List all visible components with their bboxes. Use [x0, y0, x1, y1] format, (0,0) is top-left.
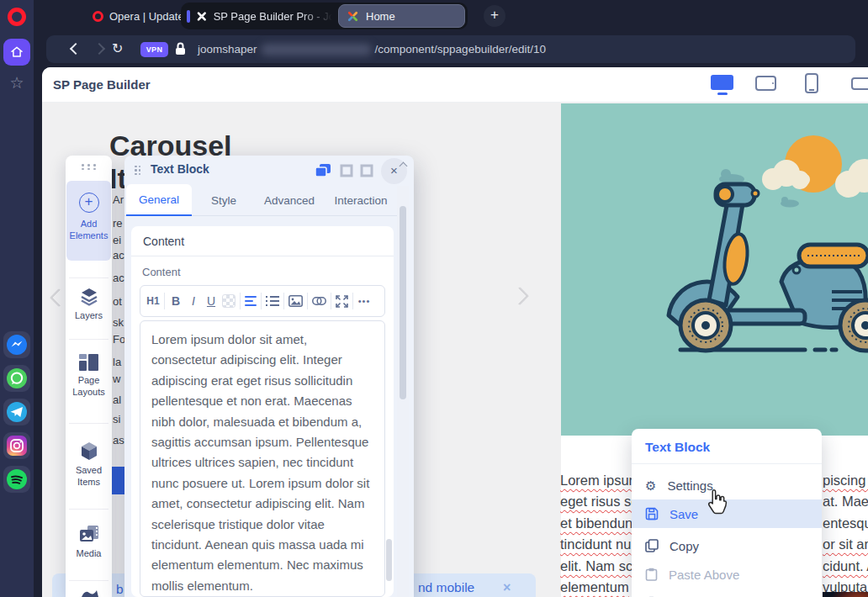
tab-group: SP Page Builder Pro - Joon Home [181, 3, 468, 29]
bold-button[interactable]: B [169, 294, 183, 308]
forward-button[interactable] [92, 43, 103, 55]
tab-label: Style [211, 194, 236, 207]
device-tablet-button[interactable] [755, 76, 776, 91]
sidebar-item-media[interactable]: Media [66, 524, 112, 559]
link-button[interactable] [312, 297, 326, 305]
url-field[interactable]: ↻ VPN joomshaper /component/sppagebuilde… [46, 35, 855, 63]
lorem-line: piscing e [823, 473, 868, 489]
context-menu-title: Text Block [645, 440, 710, 455]
page-layouts-icon [79, 354, 98, 371]
tab-label: Interaction [334, 194, 387, 207]
content-textarea[interactable]: Lorem ipsum dolor sit amet, consectetur … [140, 320, 385, 597]
tab-label: Home [366, 10, 395, 23]
media-icon [79, 526, 99, 544]
sidebar-item-saved-items[interactable]: Saved Items [66, 440, 112, 488]
scrollbar-thumb[interactable] [400, 206, 406, 399]
screen: ☆ Opera | Update complete | [0, 0, 868, 597]
lorem-line: Lorem ipsur [560, 473, 633, 489]
hidden-text-fragment: Fo [113, 333, 125, 346]
url-text: joomshaper /component/sppagebuilder/edit… [198, 35, 546, 63]
scooter-illustration [561, 103, 868, 436]
popup-mode-icon[interactable] [315, 163, 331, 178]
app-title: SP Page Builder [53, 77, 151, 92]
hidden-text-fragment: w [113, 372, 120, 385]
modal-tab-bar: General Style Advanced Interaction [124, 184, 404, 216]
device-desktop-button[interactable] [711, 75, 733, 95]
vpn-badge[interactable]: VPN [140, 42, 168, 57]
content-text: Lorem ipsum dolor sit amet, consectetur … [140, 321, 384, 597]
hidden-text-fragment: al [113, 394, 121, 406]
modal-scrollbar[interactable] [397, 186, 409, 597]
tab-advanced[interactable]: Advanced [256, 184, 323, 216]
hidden-text-fragment: ac [113, 272, 124, 284]
hidden-text-fragment: si [113, 413, 120, 425]
more-tools-button[interactable]: ••• [357, 296, 371, 306]
notice-text: nd mobile [418, 580, 474, 595]
tab-home-active[interactable]: Home [338, 4, 465, 28]
sidebar-item-label: Saved Items [66, 464, 112, 488]
home-button[interactable] [3, 39, 30, 66]
sidebar-item-add-elements[interactable]: + Add Elements [66, 181, 111, 261]
dock-right-mode-icon[interactable] [360, 164, 373, 177]
movie-image [823, 592, 868, 597]
dock-left-mode-icon[interactable] [340, 164, 353, 177]
desktop-icon [711, 75, 733, 90]
hidden-text-fragment: ac [113, 249, 124, 262]
settings-gear-icon: ⚙ [645, 479, 656, 492]
whatsapp-shortcut[interactable] [3, 365, 30, 392]
address-bar: ↻ VPN joomshaper /component/sppagebuilde… [34, 32, 868, 67]
tab-style[interactable]: Style [193, 184, 254, 216]
device-phone-button[interactable] [805, 73, 818, 93]
telegram-shortcut[interactable] [3, 399, 30, 425]
back-button[interactable] [68, 43, 80, 55]
menu-item-label: Copy [670, 539, 699, 553]
lorem-line: elementum [560, 579, 629, 595]
tab-interaction[interactable]: Interaction [326, 184, 395, 216]
sidebar-item-layers[interactable]: Layers [66, 286, 112, 321]
lorem-line: tincidunt nu [560, 536, 631, 552]
bookmarks-star-icon[interactable]: ☆ [0, 72, 34, 94]
menu-item-copy[interactable]: Copy [632, 531, 822, 560]
opera-tab-icon [93, 11, 103, 22]
add-elements-icon: + [79, 193, 99, 213]
scroll-up-icon[interactable] [400, 161, 407, 167]
lorem-line: cidunt. A [823, 558, 868, 574]
modal-title: Text Block [151, 162, 209, 176]
notice-fragment: b [116, 582, 124, 597]
sidebar-drag-handle-icon[interactable] [80, 163, 98, 171]
tab-accent-bar [187, 10, 190, 23]
lorem-line: or sit am [823, 536, 868, 552]
builder-sidebar: + Add Elements Layers Page Layouts [66, 156, 112, 597]
copy-icon [645, 539, 659, 552]
instagram-shortcut[interactable] [3, 432, 30, 459]
image-button[interactable] [288, 295, 303, 307]
sidebar-item-label: Page Layouts [66, 374, 112, 398]
sidebar-item-page-layouts[interactable]: Page Layouts [66, 352, 112, 398]
align-left-button[interactable] [245, 296, 257, 306]
spotify-shortcut[interactable] [3, 466, 30, 493]
modal-drag-handle-icon[interactable] [134, 165, 141, 176]
notice-close-icon[interactable]: × [503, 580, 511, 595]
device-wide-button[interactable] [851, 77, 868, 90]
transparent-swatch-button[interactable] [222, 294, 236, 308]
tab-sp-page-builder[interactable]: SP Page Builder Pro - Joon [183, 5, 335, 27]
new-tab-button[interactable]: + [484, 5, 505, 27]
instagram-icon [6, 435, 28, 457]
builder-header: SP Page Builder [42, 67, 868, 103]
fullscreen-button[interactable] [336, 295, 348, 308]
carousel-next-icon[interactable] [513, 289, 530, 306]
whatsapp-icon [6, 367, 28, 389]
italic-button[interactable]: I [187, 294, 200, 308]
tab-general[interactable]: General [126, 184, 192, 216]
heading-button[interactable]: H1 [146, 295, 160, 307]
url-redacted-blur [261, 44, 372, 55]
underline-button[interactable]: U [204, 294, 218, 308]
save-floppy-icon [645, 507, 659, 520]
joomla-icon [196, 10, 208, 23]
opera-sidebar: ☆ [0, 0, 34, 597]
list-button[interactable] [266, 295, 279, 307]
opera-logo-icon[interactable] [8, 8, 26, 26]
reload-button[interactable]: ↻ [112, 40, 123, 56]
textarea-scrollbar-thumb[interactable] [386, 539, 392, 581]
messenger-shortcut[interactable] [3, 331, 30, 358]
